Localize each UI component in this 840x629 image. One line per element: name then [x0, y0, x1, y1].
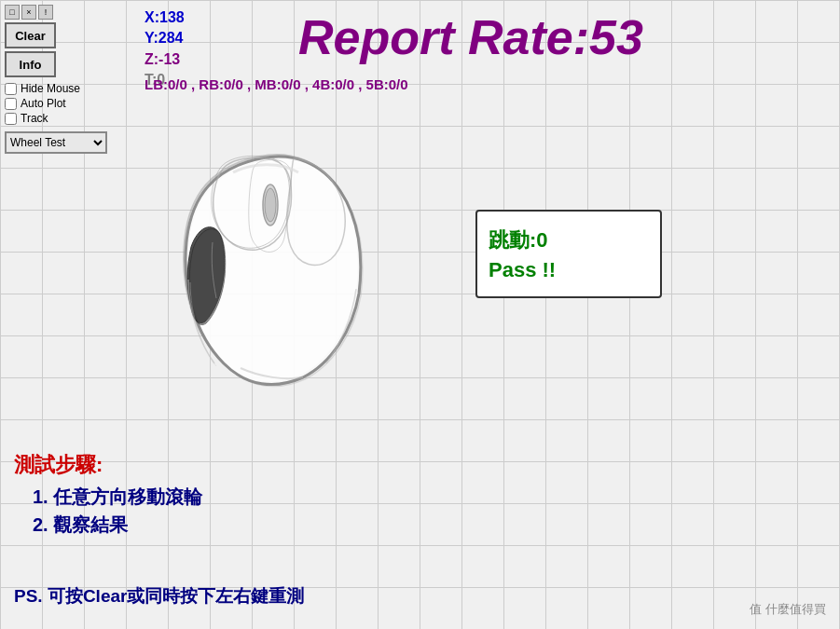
checkbox-group: Hide Mouse Auto Plot Track [5, 82, 107, 125]
coord-y: Y:284 [145, 28, 185, 48]
svg-point-1 [265, 188, 276, 222]
track-checkbox[interactable] [5, 113, 17, 125]
test-mode-select[interactable]: Wheel Test Button Test Move Test [5, 131, 107, 154]
auto-plot-checkbox[interactable] [5, 98, 17, 110]
instruction-step1: 1. 任意方向移動滾輪 [33, 485, 202, 510]
info-button[interactable]: Info [5, 51, 56, 77]
info-icon[interactable]: ! [38, 5, 53, 20]
report-rate-display: Report Rate:53 [298, 9, 643, 65]
dropdown-row[interactable]: Wheel Test Button Test Move Test [5, 131, 107, 154]
top-left-panel: □ × ! Clear Info Hide Mouse Auto Plot Tr… [5, 5, 107, 154]
mouse-illustration [140, 121, 420, 410]
watermark: 值 什麼值得買 [750, 601, 826, 618]
title-bar: □ × ! [5, 5, 107, 20]
minimize-icon[interactable]: □ [5, 5, 20, 20]
hide-mouse-label: Hide Mouse [21, 82, 80, 95]
button-states: LB:0/0 , RB:0/0 , MB:0/0 , 4B:0/0 , 5B:0… [145, 76, 408, 92]
hide-mouse-row[interactable]: Hide Mouse [5, 82, 107, 95]
ps-note: PS. 可按Clear或同時按下左右鍵重測 [14, 584, 304, 608]
instruction-step2: 2. 觀察結果 [33, 513, 202, 538]
clear-button[interactable]: Clear [5, 22, 56, 48]
instructions-panel: 測試步驟: 1. 任意方向移動滾輪 2. 觀察結果 [14, 451, 202, 540]
track-label: Track [21, 112, 48, 125]
coord-z: Z:-13 [145, 49, 185, 70]
hide-mouse-checkbox[interactable] [5, 83, 17, 95]
coord-x: X:138 [145, 7, 185, 28]
auto-plot-row[interactable]: Auto Plot [5, 97, 107, 110]
result-box: 跳動:0 Pass !! [475, 210, 662, 298]
jump-count: 跳動:0 [489, 226, 649, 254]
track-row[interactable]: Track [5, 112, 107, 125]
close-icon[interactable]: × [21, 5, 36, 20]
instructions-title: 測試步驟: [14, 451, 202, 479]
pass-status: Pass !! [489, 258, 649, 282]
auto-plot-label: Auto Plot [21, 97, 66, 110]
